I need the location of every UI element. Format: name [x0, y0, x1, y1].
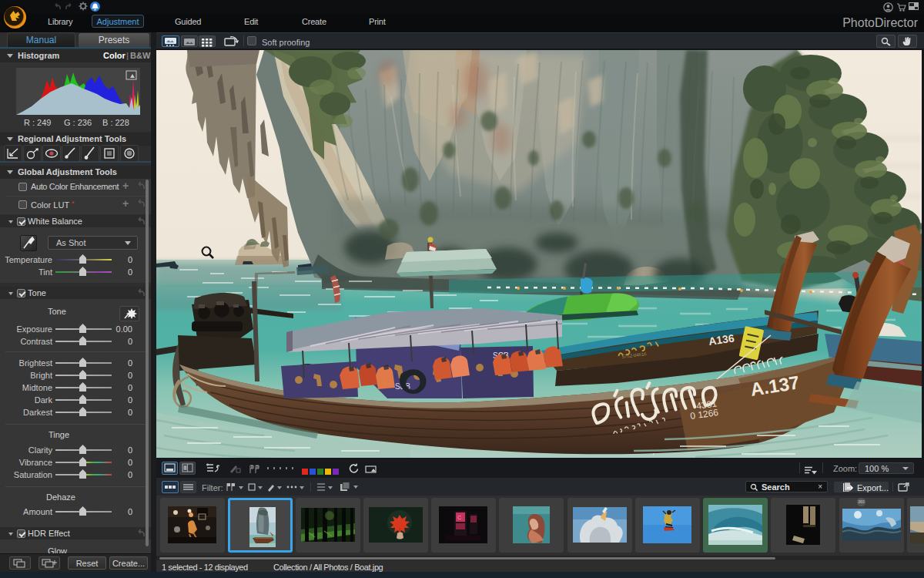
- svg-text:P: P: [251, 465, 253, 469]
- svg-text:P: P: [256, 465, 259, 469]
- svg-text:C: C: [457, 515, 461, 520]
